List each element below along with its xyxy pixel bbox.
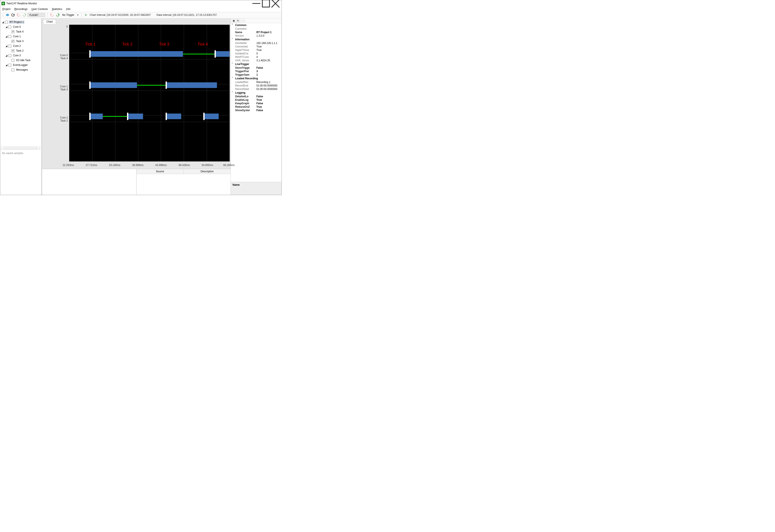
x-tick: 22.283ms xyxy=(63,164,74,167)
target-select[interactable]: <Local> xyxy=(28,13,45,17)
tree-item-task3[interactable]: Task 3 xyxy=(15,39,24,43)
property-grid[interactable]: ˅Common Comment NameRT Project 1 Version… xyxy=(231,23,281,182)
x-tick: 43.998ms xyxy=(155,164,167,167)
tree-item-core3[interactable]: Core 3 xyxy=(12,54,22,57)
tree-checkbox[interactable] xyxy=(11,40,14,43)
refresh-icon[interactable] xyxy=(11,13,15,17)
expand-icon[interactable]: ◢ xyxy=(5,35,8,38)
y-axis-zero: 0 xyxy=(66,25,68,28)
center-panel: Chart 0 Core 0Task 4 Core 1Task 3 Core 2… xyxy=(42,18,230,195)
tree-checkbox[interactable] xyxy=(8,26,11,28)
trigger-label: No Trigger xyxy=(61,13,76,16)
titlebar: TwinCAT Realtime Monitor xyxy=(0,0,281,7)
cat-loaded-rec[interactable]: Loaded Recording xyxy=(235,77,258,80)
cat-logging[interactable]: Logging xyxy=(235,91,245,94)
project-tree[interactable]: ◢ RT Project 1 ◢ Core 0 Task 4 ◢ Core 1 xyxy=(0,18,41,146)
tree-item-ioidle[interactable]: I/O Idle Task xyxy=(15,58,31,62)
svg-rect-1 xyxy=(262,0,269,7)
tree-checkbox[interactable] xyxy=(8,54,11,57)
tree-item-core2[interactable]: Core 2 xyxy=(12,44,22,48)
bottom-right-pane: Source Description xyxy=(136,169,230,195)
name-box-label: Name xyxy=(232,183,240,186)
cat-common[interactable]: Common xyxy=(235,24,246,27)
step-fwd-icon[interactable] xyxy=(22,13,27,17)
col-description[interactable]: Description xyxy=(184,169,231,174)
tree-item-core1[interactable]: Core 1 xyxy=(12,35,22,38)
window-title: TwinCAT Realtime Monitor xyxy=(6,2,37,5)
bar-core1-b xyxy=(167,82,217,88)
toolbar: ⋮ <Local> No Trigger ▾ xyxy=(0,12,281,18)
bottom-panes: Source Description xyxy=(42,169,230,195)
tree-checkbox[interactable] xyxy=(5,21,8,24)
bar-core2-c xyxy=(167,113,181,119)
tick-label-3: Tick 3 xyxy=(159,42,169,47)
tab-chart[interactable]: Chart xyxy=(43,19,56,24)
close-button[interactable] xyxy=(271,0,280,6)
tree-item-messages[interactable]: Messages xyxy=(15,68,29,71)
tree-checkbox[interactable] xyxy=(8,45,11,47)
left-panel: ◢ RT Project 1 ◢ Core 0 Task 4 ◢ Core 1 xyxy=(0,18,41,195)
pages-icon[interactable]: ▭ xyxy=(241,19,245,23)
sort-icon[interactable]: A↓ xyxy=(236,19,240,23)
trigger-back-icon[interactable] xyxy=(50,13,54,17)
bar-core2-b xyxy=(128,113,143,119)
x-tick: 49.426ms xyxy=(179,164,190,167)
menu-info[interactable]: Info xyxy=(66,8,70,11)
trigger-fwd-icon[interactable] xyxy=(55,13,60,17)
tick-label-1: Tick 1 xyxy=(85,42,95,47)
menu-recordings[interactable]: Recordings xyxy=(14,8,28,11)
expand-icon[interactable]: ◢ xyxy=(2,21,4,24)
step-back-icon[interactable] xyxy=(16,13,21,17)
properties-toolbar: ▦ A↓ ▭ xyxy=(231,18,281,23)
tree-checkbox[interactable] xyxy=(8,35,11,38)
chart-interval-text: Chart Interval: [16:19:07.0222830, 16:19… xyxy=(90,13,151,16)
tree-checkbox[interactable] xyxy=(8,64,11,66)
chart-canvas[interactable]: Tick 1 Tick 2 Tick 3 Tick 4 xyxy=(69,25,230,161)
maximize-button[interactable] xyxy=(261,0,271,6)
row-label-core2: Core 2Task 2 xyxy=(60,116,68,122)
menu-project[interactable]: PProjectroject xyxy=(2,8,10,11)
tree-item-eventlogger[interactable]: EventLogger xyxy=(12,63,29,67)
menu-user-contexts[interactable]: User Contexts xyxy=(31,8,48,11)
minimize-button[interactable] xyxy=(252,0,261,6)
expand-icon[interactable]: ◢ xyxy=(5,63,8,66)
row-label-core1: Core 1Task 3 xyxy=(60,85,68,91)
row-label-core0: Core 0Task 4 xyxy=(60,54,68,60)
chart-x-axis: 22.283ms 27.712ms 33.140ms 38.569ms 43.9… xyxy=(42,162,230,169)
bottom-left-pane xyxy=(42,169,136,195)
tree-checkbox[interactable] xyxy=(11,30,14,33)
tree-item-task4[interactable]: Task 4 xyxy=(15,30,24,33)
cat-info[interactable]: Information xyxy=(235,38,249,41)
bar-core1-a xyxy=(91,82,137,88)
saved-samples-panel: No saved samples xyxy=(0,149,41,195)
tick-label-2: Tick 2 xyxy=(122,42,132,47)
x-tick: 27.712ms xyxy=(86,164,97,167)
tree-item-core0[interactable]: Core 0 xyxy=(12,25,22,29)
x-tick: 38.569ms xyxy=(132,164,144,167)
trigger-dropdown[interactable]: ▾ xyxy=(76,13,79,16)
bar-core0-a xyxy=(91,51,183,57)
saved-samples-text: No saved samples xyxy=(2,152,23,155)
open-icon[interactable] xyxy=(5,13,10,17)
play-icon[interactable] xyxy=(84,13,88,17)
x-tick: 54.855ms xyxy=(202,164,213,167)
tree-checkbox[interactable] xyxy=(11,49,14,52)
cat-livetrigger[interactable]: LiveTrigger xyxy=(235,63,249,66)
tree-item-project[interactable]: RT Project 1 xyxy=(9,20,25,24)
x-tick: 33.140ms xyxy=(109,164,120,167)
col-source[interactable]: Source xyxy=(136,169,184,174)
expand-icon[interactable]: ◢ xyxy=(5,54,8,57)
menu-statistics[interactable]: Statistics xyxy=(52,8,62,11)
bar-core0-b xyxy=(216,51,230,57)
data-interval-text: Data Interval: [16:19:07.0111821, 17:15:… xyxy=(156,13,280,16)
tree-item-task2[interactable]: Task 2 xyxy=(15,49,24,52)
gap-core0 xyxy=(183,54,214,54)
chart-y-axis: 0 Core 0Task 4 Core 1Task 3 Core 2Task 2 xyxy=(43,25,69,161)
tree-scrollbar[interactable]: ‹› xyxy=(0,146,41,149)
tree-checkbox[interactable] xyxy=(11,68,14,71)
expand-icon[interactable]: ◢ xyxy=(5,44,8,47)
tree-checkbox[interactable] xyxy=(11,59,14,62)
expand-icon[interactable]: ◢ xyxy=(5,25,8,28)
right-panel: ▦ A↓ ▭ ˅Common Comment NameRT Project 1 … xyxy=(230,18,281,195)
categorized-icon[interactable]: ▦ xyxy=(232,19,235,23)
